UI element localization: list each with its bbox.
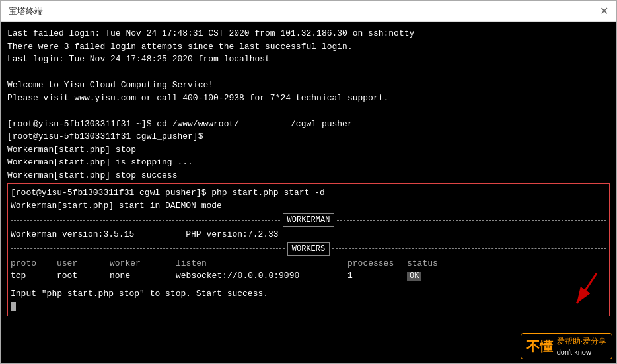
table-data-row: tcp root none websocket://0.0.0.0:9090 1… — [11, 270, 606, 283]
cell-status: OK — [407, 270, 447, 283]
watermark-english: don't know — [557, 347, 591, 358]
col-worker: worker — [110, 257, 176, 270]
watermark-chinese: 不懂 — [526, 340, 553, 353]
cmd3-line: [root@yisu-5fb1303311f31 cgwl_pusher]$ p… — [11, 186, 606, 212]
window-title: 宝塔终端 — [9, 5, 43, 17]
col-proto: proto — [11, 257, 57, 270]
col-status: status — [407, 257, 447, 270]
terminal-cursor — [11, 302, 16, 311]
titlebar: 宝塔终端 ✕ — [1, 1, 616, 22]
terminal-output: Last failed login: Tue Nov 24 17:48:31 C… — [7, 27, 610, 182]
close-button[interactable]: ✕ — [600, 5, 608, 17]
cell-proto: tcp — [11, 270, 57, 283]
cell-listen: websocket://0.0.0.0:9090 — [176, 270, 347, 283]
workerman-output-box: [root@yisu-5fb1303311f31 cgwl_pusher]$ p… — [7, 183, 610, 316]
workers-header-row: WORKERS — [11, 242, 606, 256]
bottom-dashed-line — [11, 285, 606, 285]
final-line: Input "php start.php stop" to stop. Star… — [11, 287, 606, 301]
col-processes: processes — [347, 257, 407, 270]
table-header-row: proto user worker listen processes statu… — [11, 257, 606, 270]
col-listen: listen — [176, 257, 347, 270]
cursor-line — [11, 300, 606, 313]
watermark-text: 爱帮助·爱分享 don't know — [557, 335, 606, 358]
workerman-label: WORKERMAN — [283, 213, 335, 227]
ok-badge: OK — [407, 272, 421, 281]
version-line: Workerman version:3.5.15 PHP version:7.2… — [11, 228, 606, 241]
terminal-window: 宝塔终端 ✕ Last failed login: Tue Nov 24 17:… — [0, 0, 617, 364]
cell-processes: 1 — [347, 270, 407, 283]
cell-worker: none — [110, 270, 176, 283]
watermark-slogan: 爱帮助·爱分享 — [557, 335, 606, 347]
cell-user: root — [57, 270, 110, 283]
workerman-header-row: WORKERMAN — [11, 213, 606, 227]
watermark: 不懂 爱帮助·爱分享 don't know — [521, 333, 612, 360]
workers-label: WORKERS — [287, 242, 330, 256]
terminal-area[interactable]: Last failed login: Tue Nov 24 17:48:31 C… — [1, 22, 616, 363]
col-user: user — [57, 257, 110, 270]
